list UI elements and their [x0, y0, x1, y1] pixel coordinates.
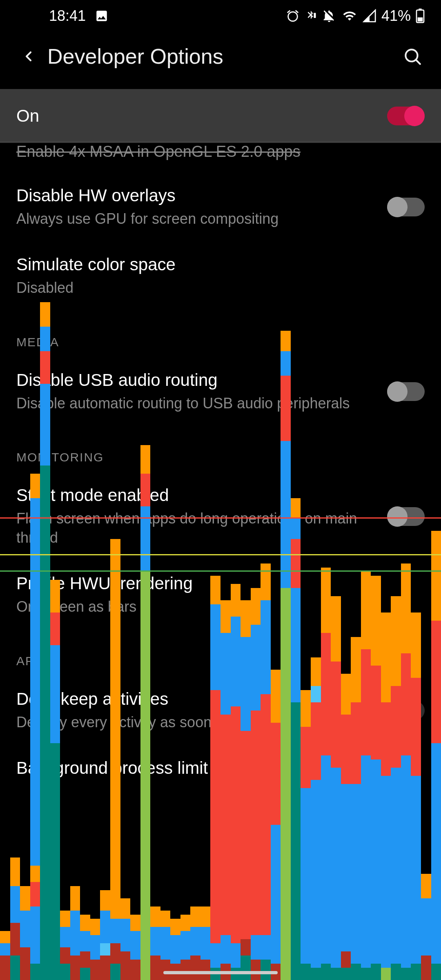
- bluetooth-icon: [305, 9, 317, 23]
- setting-title: Disable USB audio routing: [16, 370, 375, 390]
- partial-setting-row[interactable]: Enable 4x MSAA in OpenGL ES 2.0 apps: [0, 143, 441, 173]
- master-toggle-row[interactable]: On: [0, 89, 441, 143]
- gpu-bar: [20, 886, 30, 980]
- setting-subtitle: On screen as bars: [16, 597, 425, 617]
- setting-title: Don't keep activities: [16, 689, 375, 709]
- setting-strict-mode[interactable]: Strict mode enabled Flash screen when ap…: [0, 472, 441, 561]
- gpu-bar: [80, 915, 90, 980]
- gpu-bar: [120, 898, 131, 980]
- screenshot-icon: [95, 9, 109, 23]
- status-bar: 18:41 41%: [0, 0, 441, 32]
- setting-title: Background process limit: [16, 758, 425, 778]
- status-time: 18:41: [49, 7, 86, 24]
- setting-subtitle: Disable automatic routing to USB audio p…: [16, 394, 375, 413]
- svg-line-5: [416, 60, 420, 64]
- gpu-bar: [100, 890, 110, 980]
- gpu-bar: [0, 931, 10, 980]
- setting-disable-usb-audio[interactable]: Disable USB audio routing Disable automa…: [0, 357, 441, 426]
- setting-title: Profile HWUI rendering: [16, 574, 425, 593]
- back-button[interactable]: [16, 44, 41, 69]
- toggle-strict-mode[interactable]: [387, 507, 425, 526]
- partial-subtitle: Enable 4x MSAA in OpenGL ES 2.0 apps: [16, 143, 301, 160]
- setting-disable-hw-overlays[interactable]: Disable HW overlays Always use GPU for s…: [0, 173, 441, 242]
- wifi-icon: [341, 9, 358, 23]
- master-toggle-label: On: [16, 106, 39, 126]
- setting-title: Simulate color space: [16, 255, 425, 274]
- gpu-bar: [10, 858, 20, 980]
- toggle-dont-keep-activities[interactable]: [387, 701, 425, 720]
- setting-subtitle: Disabled: [16, 278, 425, 298]
- svg-rect-0: [314, 13, 316, 18]
- setting-simulate-color-space[interactable]: Simulate color space Disabled: [0, 242, 441, 311]
- alarm-icon: [286, 9, 300, 23]
- signal-icon: [363, 9, 376, 23]
- section-media: MEDIA: [0, 311, 441, 357]
- gpu-bar: [160, 911, 171, 980]
- setting-subtitle: Destroy every activity as soon as the us…: [16, 713, 375, 732]
- master-toggle-switch[interactable]: [387, 107, 425, 125]
- gpu-bar: [150, 906, 160, 980]
- setting-background-process-limit[interactable]: Background process limit: [0, 745, 441, 795]
- gpu-bar: [190, 906, 200, 980]
- section-apps: APPS: [0, 630, 441, 676]
- app-bar: Developer Options: [0, 32, 441, 89]
- nav-home-indicator[interactable]: [163, 971, 278, 974]
- status-right: 41%: [286, 7, 425, 24]
- svg-rect-2: [419, 9, 421, 11]
- setting-title: Strict mode enabled: [16, 486, 375, 505]
- battery-icon: [416, 9, 425, 23]
- page-title: Developer Options: [47, 44, 400, 69]
- svg-rect-3: [418, 18, 423, 22]
- section-monitoring: MONITORING: [0, 426, 441, 472]
- gpu-bar: [130, 915, 140, 980]
- status-left: 18:41: [49, 7, 109, 24]
- setting-subtitle: Always use GPU for screen compositing: [16, 209, 375, 229]
- settings-scroll[interactable]: Enable 4x MSAA in OpenGL ES 2.0 apps Dis…: [0, 143, 441, 795]
- gpu-bar: [60, 911, 70, 980]
- setting-profile-hwui[interactable]: Profile HWUI rendering On screen as bars: [0, 561, 441, 630]
- gpu-bar: [90, 919, 100, 980]
- dnd-icon: [322, 9, 336, 23]
- setting-dont-keep-activities[interactable]: Don't keep activities Destroy every acti…: [0, 676, 441, 745]
- setting-title: Disable HW overlays: [16, 186, 375, 205]
- gpu-bar: [180, 915, 191, 980]
- search-button[interactable]: [400, 44, 425, 69]
- toggle-usb-audio[interactable]: [387, 382, 425, 401]
- gpu-bar: [421, 874, 431, 980]
- battery-percent: 41%: [381, 7, 411, 24]
- setting-subtitle: Flash screen when apps do long operation…: [16, 509, 375, 548]
- gpu-bar: [200, 906, 211, 980]
- gpu-bar: [70, 886, 80, 980]
- toggle-hw-overlays[interactable]: [387, 198, 425, 216]
